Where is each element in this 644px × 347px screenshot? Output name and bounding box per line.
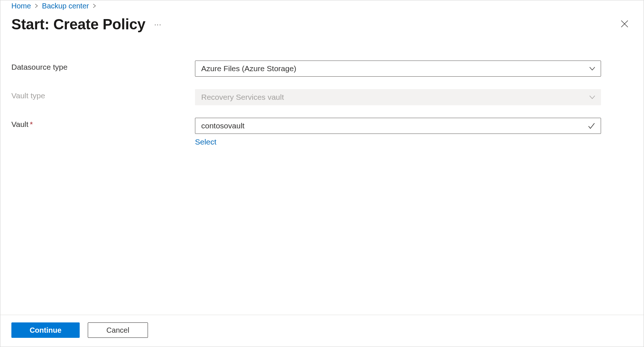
chevron-down-icon bbox=[589, 65, 596, 72]
vault-select-link[interactable]: Select bbox=[195, 138, 216, 146]
datasource-type-label: Datasource type bbox=[11, 61, 195, 72]
vault-type-select: Recovery Services vault bbox=[195, 89, 601, 105]
breadcrumb-backup-center[interactable]: Backup center bbox=[42, 2, 89, 10]
chevron-down-icon bbox=[589, 94, 596, 101]
vault-type-value: Recovery Services vault bbox=[201, 93, 589, 102]
chevron-right-icon bbox=[35, 2, 38, 10]
page-title: Start: Create Policy bbox=[11, 16, 145, 33]
vault-value: contosovault bbox=[201, 121, 587, 130]
breadcrumb: Home Backup center bbox=[0, 0, 644, 10]
datasource-type-value: Azure Files (Azure Storage) bbox=[201, 64, 589, 73]
close-icon bbox=[620, 19, 629, 28]
close-button[interactable] bbox=[618, 17, 631, 32]
cancel-button[interactable]: Cancel bbox=[88, 322, 148, 338]
check-icon bbox=[587, 122, 596, 130]
field-vault-type: Vault type Recovery Services vault bbox=[11, 89, 633, 105]
chevron-right-icon bbox=[93, 2, 96, 10]
field-datasource-type: Datasource type Azure Files (Azure Stora… bbox=[11, 61, 633, 77]
required-indicator: * bbox=[30, 120, 33, 128]
datasource-type-select[interactable]: Azure Files (Azure Storage) bbox=[195, 61, 601, 77]
footer-actions: Continue Cancel bbox=[0, 315, 644, 347]
breadcrumb-home[interactable]: Home bbox=[11, 2, 31, 10]
vault-type-label: Vault type bbox=[11, 89, 195, 100]
field-vault: Vault* contosovault Select bbox=[11, 118, 633, 146]
vault-label: Vault* bbox=[11, 118, 195, 129]
more-actions-button[interactable]: ··· bbox=[154, 20, 162, 29]
continue-button[interactable]: Continue bbox=[11, 322, 80, 338]
title-bar: Start: Create Policy ··· bbox=[0, 10, 644, 34]
form: Datasource type Azure Files (Azure Stora… bbox=[0, 34, 644, 315]
vault-select[interactable]: contosovault bbox=[195, 118, 601, 134]
